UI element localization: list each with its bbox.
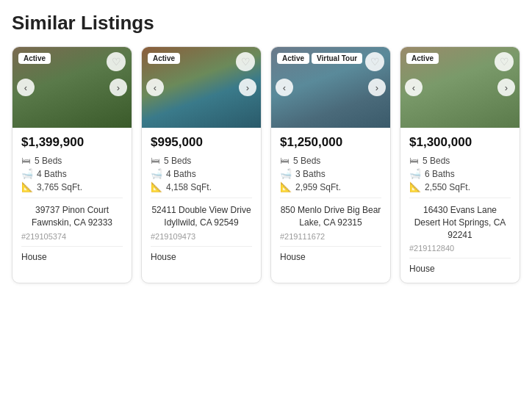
prev-image-button-4[interactable]: ‹ — [405, 79, 423, 96]
listing-card-2: Active ♡ ‹ › $995,000 🛏 5 Beds — [141, 46, 262, 283]
divider2-1 — [21, 246, 123, 247]
divider2-2 — [151, 246, 252, 247]
card-image-3: Active Virtual Tour ♡ ‹ › — [271, 47, 390, 128]
chevron-right-icon: › — [505, 82, 508, 93]
sqft-row-3: 📐 2,959 SqFt. — [280, 181, 381, 192]
chevron-right-icon: › — [117, 82, 120, 93]
card-image-1: Active ♡ ‹ › — [12, 47, 132, 128]
sqft-icon: 📐 — [280, 181, 292, 192]
address-1: 39737 Pinon Court Fawnskin, CA 92333 — [21, 204, 123, 229]
listing-type-2: House — [151, 252, 252, 262]
virtual-tour-badge: Virtual Tour — [312, 53, 362, 64]
listing-id-1: #219105374 — [21, 232, 123, 241]
beds-row-1: 🛏 5 Beds — [21, 155, 123, 166]
address-4: 16430 Evans Lane Desert Hot Springs, CA … — [409, 204, 511, 241]
baths-row-4: 🛁 6 Baths — [409, 168, 511, 179]
heart-icon: ♡ — [112, 56, 121, 68]
baths-label-3: 3 Baths — [295, 169, 326, 179]
card-image-2: Active ♡ ‹ › — [142, 47, 261, 128]
listing-card-3: Active Virtual Tour ♡ ‹ › $1,250,000 🛏 5… — [270, 46, 391, 283]
chevron-left-icon: ‹ — [24, 82, 27, 93]
listing-type-4: House — [409, 264, 511, 274]
active-badge-3: Active — [277, 53, 309, 64]
card-body-3: $1,250,000 🛏 5 Beds 🛁 3 Baths 📐 2,959 Sq… — [271, 128, 390, 271]
divider-3 — [280, 198, 381, 198]
bed-icon: 🛏 — [151, 155, 160, 166]
bath-icon: 🛁 — [151, 168, 162, 179]
active-badge-2: Active — [148, 53, 180, 64]
prev-image-button-2[interactable]: ‹ — [146, 79, 164, 96]
heart-icon: ♡ — [500, 56, 509, 68]
active-badge-4: Active — [406, 53, 439, 64]
baths-row-3: 🛁 3 Baths — [280, 168, 381, 179]
bath-icon: 🛁 — [21, 168, 33, 179]
card-body-2: $995,000 🛏 5 Beds 🛁 4 Baths 📐 4,158 SqFt… — [142, 128, 261, 271]
next-image-button-1[interactable]: › — [109, 79, 127, 96]
listing-card-4: Active ♡ ‹ › $1,300,000 🛏 5 Beds — [400, 46, 520, 283]
beds-row-3: 🛏 5 Beds — [280, 155, 381, 166]
chevron-left-icon: ‹ — [283, 82, 286, 93]
favorite-button-3[interactable]: ♡ — [365, 52, 384, 71]
next-image-button-4[interactable]: › — [497, 79, 515, 96]
chevron-right-icon: › — [246, 82, 249, 93]
divider-1 — [21, 198, 123, 198]
sqft-row-1: 📐 3,765 SqFt. — [21, 181, 123, 192]
bed-icon: 🛏 — [280, 155, 290, 166]
listing-type-3: House — [280, 252, 381, 262]
price-1: $1,399,900 — [21, 135, 123, 150]
sqft-icon: 📐 — [151, 181, 162, 192]
baths-row-2: 🛁 4 Baths — [151, 168, 252, 179]
baths-row-1: 🛁 4 Baths — [21, 168, 123, 179]
bed-icon: 🛏 — [21, 155, 31, 166]
active-badge-1: Active — [18, 53, 51, 64]
chevron-left-icon: ‹ — [154, 82, 157, 93]
favorite-button-2[interactable]: ♡ — [236, 52, 255, 71]
beds-label-1: 5 Beds — [35, 156, 62, 166]
beds-label-4: 5 Beds — [423, 156, 450, 166]
sqft-icon: 📐 — [21, 181, 33, 192]
price-3: $1,250,000 — [280, 135, 381, 150]
heart-icon: ♡ — [241, 56, 251, 68]
sqft-label-3: 2,959 SqFt. — [295, 182, 341, 192]
chevron-right-icon: › — [375, 82, 378, 93]
prev-image-button-3[interactable]: ‹ — [276, 79, 293, 96]
sqft-row-4: 📐 2,550 SqFt. — [409, 181, 511, 192]
address-2: 52411 Double View Drive Idyllwild, CA 92… — [151, 204, 252, 229]
price-2: $995,000 — [151, 135, 252, 150]
listing-id-2: #219109473 — [151, 232, 252, 241]
bath-icon: 🛁 — [409, 168, 421, 179]
beds-label-3: 5 Beds — [293, 156, 320, 166]
baths-label-4: 6 Baths — [425, 169, 455, 179]
bath-icon: 🛁 — [280, 168, 292, 179]
beds-row-2: 🛏 5 Beds — [151, 155, 252, 166]
divider2-4 — [409, 258, 511, 258]
sqft-label-4: 2,550 SqFt. — [425, 182, 470, 192]
listing-id-3: #219111672 — [280, 232, 381, 241]
sqft-label-1: 3,765 SqFt. — [37, 182, 82, 192]
card-body-1: $1,399,900 🛏 5 Beds 🛁 4 Baths 📐 3,765 Sq… — [12, 128, 132, 271]
next-image-button-2[interactable]: › — [239, 79, 256, 96]
listing-id-4: #219112840 — [409, 244, 511, 253]
price-4: $1,300,000 — [409, 135, 511, 150]
card-image-4: Active ♡ ‹ › — [400, 47, 520, 128]
prev-image-button-1[interactable]: ‹ — [17, 79, 35, 96]
divider-4 — [409, 198, 511, 198]
favorite-button-1[interactable]: ♡ — [107, 52, 126, 71]
next-image-button-3[interactable]: › — [368, 79, 386, 96]
sqft-row-2: 📐 4,158 SqFt. — [151, 181, 252, 192]
baths-label-2: 4 Baths — [166, 169, 196, 179]
address-3: 850 Menlo Drive Big Bear Lake, CA 92315 — [280, 204, 381, 229]
divider-2 — [151, 198, 252, 198]
favorite-button-4[interactable]: ♡ — [495, 52, 514, 71]
chevron-left-icon: ‹ — [412, 82, 415, 93]
heart-icon: ♡ — [370, 56, 380, 68]
listing-card-1: Active ♡ ‹ › $1,399,900 🛏 5 Beds — [12, 46, 132, 283]
beds-row-4: 🛏 5 Beds — [409, 155, 511, 166]
baths-label-1: 4 Baths — [37, 169, 67, 179]
listing-type-1: House — [21, 252, 123, 262]
beds-label-2: 5 Beds — [164, 156, 191, 166]
listings-grid: Active ♡ ‹ › $1,399,900 🛏 5 Beds — [12, 46, 520, 283]
page-title: Similar Listings — [12, 12, 520, 35]
sqft-label-2: 4,158 SqFt. — [166, 182, 212, 192]
sqft-icon: 📐 — [409, 181, 421, 192]
